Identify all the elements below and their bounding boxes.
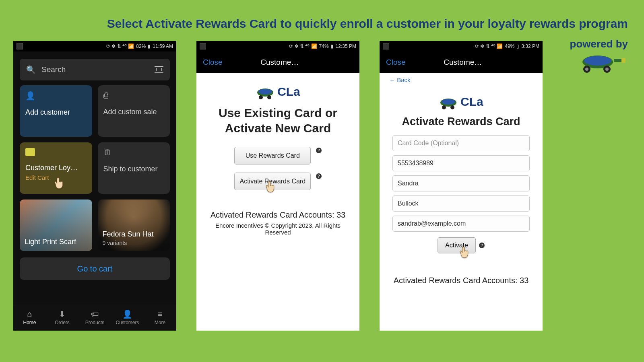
svg-point-1 — [584, 56, 611, 66]
tile-label: Add customer — [25, 108, 87, 117]
status-icons: ⟳ ✻ ⇅ ⁴ᴳ 📶 — [475, 43, 503, 49]
phone-pos-screen: ⟳ ✻ ⇅ ⁴ᴳ 📶 82% ▮ 11:59 AM 🔍 Search 👤 Add… — [13, 41, 176, 331]
nav-orders[interactable]: ⬇Orders — [46, 305, 78, 331]
product-title: Light Print Scarf — [25, 238, 87, 246]
clock: 11:59 AM — [153, 43, 173, 49]
svg-point-15 — [442, 105, 446, 109]
heading-line1: Use Existing Card or — [219, 106, 337, 119]
tag-icon: 🏷 — [91, 310, 99, 318]
headline: Select Activate Rewards Card to quickly … — [80, 17, 628, 31]
first-name-input[interactable] — [392, 175, 530, 191]
email-input[interactable] — [392, 216, 530, 232]
phone-activate-form-screen: ⟳ ✻ ⇅ ⁴ᴳ 📶 49% ▯ 3:32 PM Close Custome… … — [380, 41, 543, 331]
add-customer-tile[interactable]: 👤 Add customer — [20, 85, 92, 137]
svg-point-10 — [259, 95, 263, 99]
svg-point-16 — [450, 105, 454, 109]
flip-icon — [17, 43, 23, 49]
nav-title: Custome… — [406, 58, 520, 67]
status-bar: ⟳ ✻ ⇅ ⁴ᴳ 📶 49% ▯ 3:32 PM — [380, 41, 543, 51]
orders-icon: ⬇ — [59, 310, 66, 318]
calendar-icon: 🗓 — [103, 148, 165, 157]
nav-label: More — [155, 320, 165, 325]
activate-button[interactable]: Activate — [438, 237, 476, 253]
flip-icon — [200, 43, 206, 49]
svg-text:CLa: CLa — [277, 85, 300, 98]
battery-icon: ▮ — [148, 43, 151, 49]
nav-title: Custome… — [223, 58, 337, 67]
svg-rect-7 — [621, 58, 625, 63]
accounts-count: Activated Rewards Card Accounts: 33 — [204, 210, 351, 220]
add-sale-icon: ⎙ — [103, 91, 165, 100]
go-to-cart-button[interactable]: Go to cart — [20, 257, 170, 280]
bottom-nav: ⌂Home ⬇Orders 🏷Products 👤Customers ≡More — [13, 305, 176, 331]
clock: 12:35 PM — [336, 43, 356, 49]
status-bar: ⟳ ✻ ⇅ ⁴ᴳ 📶 74% ▮ 12:35 PM — [196, 41, 359, 51]
battery-percent: 82% — [136, 43, 146, 49]
nav-header: Close Custome… — [380, 51, 543, 73]
help-icon[interactable]: ? — [316, 148, 322, 153]
nav-more[interactable]: ≡More — [144, 305, 176, 331]
battery-percent: 49% — [505, 43, 514, 49]
status-icons: ⟳ ✻ ⇅ ⁴ᴳ 📶 — [289, 43, 317, 49]
search-placeholder: Search — [41, 65, 66, 74]
clock: 3:32 PM — [521, 43, 539, 49]
battery-icon: ▮ — [331, 43, 334, 49]
person-icon: 👤 — [25, 91, 87, 101]
page-heading: Use Existing Card or Activate New Card — [204, 105, 351, 136]
back-link[interactable]: ← Back — [388, 73, 535, 83]
product-tile-hat[interactable]: Fedora Sun Hat 9 variants — [98, 200, 170, 251]
menu-icon: ≡ — [158, 310, 163, 318]
page-heading: Activate Rewards Card — [388, 115, 535, 128]
svg-point-5 — [605, 68, 609, 71]
battery-icon: ▯ — [516, 43, 519, 49]
search-icon: 🔍 — [26, 65, 36, 74]
nav-label: Home — [23, 320, 36, 325]
flip-icon — [383, 43, 389, 49]
cla-logo: CLa — [254, 82, 302, 101]
product-tile-scarf[interactable]: Light Print Scarf — [20, 200, 92, 251]
svg-point-11 — [267, 95, 271, 99]
loyalty-app-icon — [25, 148, 35, 156]
help-icon[interactable]: ? — [316, 173, 322, 179]
brand-logo — [576, 51, 628, 75]
home-icon: ⌂ — [27, 310, 32, 318]
cla-logo: CLa — [437, 92, 485, 111]
phone-input[interactable] — [392, 155, 530, 171]
product-variants: 9 variants — [103, 240, 165, 246]
last-name-input[interactable] — [392, 195, 530, 212]
close-button[interactable]: Close — [386, 58, 406, 67]
status-bar: ⟳ ✻ ⇅ ⁴ᴳ 📶 82% ▮ 11:59 AM — [13, 41, 176, 51]
powered-by-label: powered by — [570, 38, 628, 50]
barcode-scan-icon[interactable] — [155, 66, 163, 73]
nav-header: Close Custome… — [196, 51, 359, 73]
customer-loyalty-tile[interactable]: Customer Loy… Edit Cart — [20, 142, 92, 194]
nav-label: Orders — [55, 320, 70, 325]
product-title: Fedora Sun Hat — [103, 230, 165, 239]
card-code-input[interactable] — [392, 135, 530, 151]
status-icons: ⟳ ✻ ⇅ ⁴ᴳ 📶 — [106, 43, 134, 49]
svg-point-9 — [258, 89, 272, 95]
use-rewards-card-button[interactable]: Use Rewards Card — [234, 147, 311, 165]
activate-rewards-card-button[interactable]: Activate Rewards Card — [234, 173, 311, 190]
phone-choose-card-screen: ⟳ ✻ ⇅ ⁴ᴳ 📶 74% ▮ 12:35 PM Close Custome…… — [196, 41, 359, 331]
accounts-count: Activated Rewards Card Accounts: 33 — [388, 276, 535, 285]
person-icon: 👤 — [122, 310, 132, 318]
svg-point-14 — [442, 99, 455, 105]
nav-products[interactable]: 🏷Products — [78, 305, 111, 331]
nav-home[interactable]: ⌂Home — [13, 305, 46, 331]
svg-rect-6 — [614, 59, 623, 62]
battery-percent: 74% — [319, 43, 329, 49]
nav-label: Customers — [116, 320, 139, 325]
ship-to-customer-tile[interactable]: 🗓 Ship to customer — [98, 142, 170, 194]
svg-text:CLa: CLa — [460, 95, 483, 108]
tile-label: Customer Loy… — [25, 163, 87, 173]
close-button[interactable]: Close — [203, 58, 223, 67]
tile-label: Add custom sale — [103, 107, 165, 117]
help-icon[interactable]: ? — [479, 243, 485, 248]
nav-customers[interactable]: 👤Customers — [111, 305, 144, 331]
copyright: Encore Incentives © Copyright 2023, All … — [204, 222, 351, 236]
edit-cart-label: Edit Cart — [25, 174, 87, 181]
add-custom-sale-tile[interactable]: ⎙ Add custom sale — [98, 85, 170, 137]
search-input[interactable]: 🔍 Search — [20, 59, 170, 80]
tile-label: Ship to customer — [103, 165, 165, 174]
